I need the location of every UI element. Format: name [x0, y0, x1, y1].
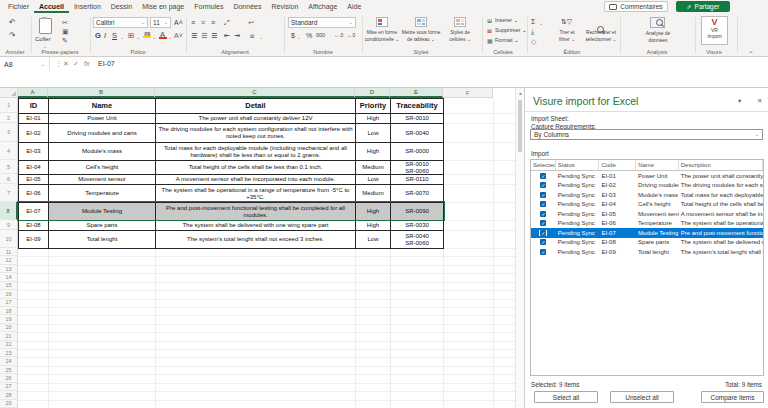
cancel-entry-icon[interactable]: ✕: [63, 60, 69, 68]
cell-detail[interactable]: Pre and post-movement functional testing…: [156, 203, 356, 221]
delete-cells-label[interactable]: Supprimer ⌄: [495, 28, 527, 34]
table-row[interactable]: EI-06TemperatureThe system shall be oper…: [19, 185, 444, 203]
merge-center-icon[interactable]: ⧈: [250, 32, 254, 39]
borders-chevron-icon[interactable]: ⌄: [136, 35, 140, 40]
menu-tab-accueil[interactable]: Accueil: [34, 0, 69, 13]
item-checkbox[interactable]: ✓: [531, 239, 556, 245]
cell-detail[interactable]: The system's total lenght shall not exce…: [156, 231, 356, 249]
sort-filter-label1[interactable]: Trier et: [559, 30, 574, 35]
item-checkbox[interactable]: ✓: [531, 230, 556, 236]
cell-traceability[interactable]: SR-0070: [391, 185, 444, 203]
row-header-2[interactable]: 2: [0, 113, 18, 123]
row-header-23[interactable]: 23: [0, 349, 18, 357]
analyze-data-label1[interactable]: Analyse de: [646, 30, 671, 36]
cell-detail[interactable]: The driving modules for each system conf…: [156, 124, 356, 143]
cell-id[interactable]: EI-01: [19, 114, 49, 124]
wrap-text-icon[interactable]: ↩: [248, 19, 254, 26]
cell-detail[interactable]: A movement sensor shall be incorporated …: [156, 175, 356, 185]
cell-traceability[interactable]: SR-0030: [391, 221, 444, 231]
align-top-icon[interactable]: ≡: [191, 19, 195, 26]
row-header-15[interactable]: 15: [0, 282, 18, 290]
import-item-row[interactable]: ✓Pending SyncEI-02Driving modules...The …: [531, 181, 763, 191]
cell-priority[interactable]: High: [356, 114, 391, 124]
row-header-29[interactable]: 29: [0, 400, 18, 408]
column-header-B[interactable]: B: [48, 88, 155, 98]
currency-chevron-icon[interactable]: ⌄: [297, 35, 301, 40]
unselect-all-button[interactable]: Unselect all: [610, 391, 674, 403]
fill-color-icon[interactable]: ▨: [144, 31, 151, 38]
cell-id[interactable]: EI-07: [19, 203, 49, 221]
merge-chevron-icon[interactable]: ⌄: [259, 35, 263, 40]
paste-label[interactable]: Coller: [35, 36, 51, 42]
cell-traceability[interactable]: SR-0110: [391, 175, 444, 185]
table-row[interactable]: EI-05Movement sensorA movement sensor sh…: [19, 175, 444, 185]
cell-detail[interactable]: The system shall be operational in a ran…: [156, 185, 356, 203]
row-header-16[interactable]: 16: [0, 290, 18, 298]
redo-icon[interactable]: ↷: [9, 32, 16, 40]
currency-format-icon[interactable]: $: [291, 32, 295, 39]
find-select-label2[interactable]: sélectionner ⌄: [585, 37, 616, 42]
row-header-4[interactable]: 4: [0, 142, 18, 160]
cell-id[interactable]: EI-06: [19, 185, 49, 203]
autosum-chevron-icon[interactable]: ⌄: [539, 21, 543, 26]
table-row[interactable]: EI-03Module's massTotal mass for each de…: [19, 143, 444, 161]
table-row[interactable]: EI-04Cell's heightTotal height of the ce…: [19, 161, 444, 175]
bold-button[interactable]: G: [95, 32, 101, 40]
menu-tab-aide[interactable]: Aide: [342, 0, 366, 13]
decrease-indent-icon[interactable]: ⇤: [224, 32, 230, 39]
item-checkbox[interactable]: ✓: [531, 173, 556, 179]
select-all-button[interactable]: Select all: [534, 391, 598, 403]
cell-traceability[interactable]: SR-0040SR-0060: [391, 231, 444, 249]
cell-traceability[interactable]: SR-0010: [391, 114, 444, 124]
cell-traceability[interactable]: SR-0000: [391, 143, 444, 161]
borders-icon[interactable]: ⊞: [128, 32, 134, 40]
column-header-A[interactable]: A: [18, 88, 48, 98]
clear-icon[interactable]: ◇: [531, 38, 536, 45]
name-box[interactable]: A8 ⌄: [0, 57, 50, 71]
cell-priority[interactable]: Low: [356, 124, 391, 143]
analyze-data-label2[interactable]: données: [648, 37, 667, 43]
column-header-E[interactable]: E: [390, 88, 443, 98]
row-header-25[interactable]: 25: [0, 366, 18, 374]
item-checkbox[interactable]: ✓: [531, 249, 556, 255]
pane-options-icon[interactable]: ▾: [738, 97, 741, 105]
cell-id[interactable]: EI-03: [19, 143, 49, 161]
align-left-icon[interactable]: ☰: [191, 32, 197, 39]
capture-mode-select[interactable]: By Columns ⌄: [530, 129, 763, 140]
import-items-table[interactable]: SelectedStatusCodeNameDescription ✓Pendi…: [530, 159, 764, 376]
cell-detail[interactable]: The power unit shall constantly deliver …: [156, 114, 356, 124]
underline-chevron-icon[interactable]: ⌄: [120, 35, 124, 40]
align-center-icon[interactable]: ☰: [201, 32, 207, 39]
import-item-row[interactable]: ✓Pending SyncEI-01Power UnitThe power un…: [531, 171, 763, 181]
number-format-select[interactable]: Standard⌄: [288, 17, 356, 28]
row-header-11[interactable]: 11: [0, 248, 18, 256]
shrink-font-icon[interactable]: A˅: [174, 32, 183, 39]
table-row[interactable]: EI-09Total lenghtThe system's total leng…: [19, 231, 444, 249]
row-header-10[interactable]: 10: [0, 230, 18, 248]
paste-icon[interactable]: [39, 18, 52, 34]
cell-name[interactable]: Temperature: [49, 185, 156, 203]
menu-tab-données[interactable]: Données: [228, 0, 266, 13]
menu-tab-révision[interactable]: Révision: [266, 0, 303, 13]
orientation-icon[interactable]: ⤢: [224, 19, 230, 26]
conditional-formatting-label2[interactable]: conditionnelle ⌄: [365, 37, 400, 42]
sort-filter-icon[interactable]: ⇅▽: [561, 18, 572, 25]
cell-styles-label2[interactable]: cellules ⌄: [449, 37, 470, 42]
cell-id[interactable]: EI-02: [19, 124, 49, 143]
cell-traceability[interactable]: SR-0040: [391, 124, 444, 143]
requirements-table[interactable]: IDNameDetailPriorityTraceabilityEI-01Pow…: [18, 98, 444, 249]
format-as-table-icon[interactable]: [415, 17, 427, 27]
cell-priority[interactable]: Medium: [356, 185, 391, 203]
row-header-14[interactable]: 14: [0, 273, 18, 281]
import-item-row[interactable]: ✓Pending SyncEI-04Cell's heightTotal hei…: [531, 200, 763, 210]
conditional-formatting-icon[interactable]: [376, 17, 388, 27]
cell-styles-icon[interactable]: [454, 17, 466, 27]
cell-traceability[interactable]: SR-0090: [391, 203, 444, 221]
font-name-select[interactable]: Calibri⌄: [93, 17, 148, 28]
row-header-7[interactable]: 7: [0, 184, 18, 202]
cell-priority[interactable]: Low: [356, 231, 391, 249]
copy-icon[interactable]: ▣: [62, 28, 69, 35]
conditional-formatting-label1[interactable]: Mise en forme: [367, 30, 397, 35]
table-row[interactable]: EI-02Driving modules and cartsThe drivin…: [19, 124, 444, 143]
underline-button[interactable]: S: [112, 32, 117, 40]
